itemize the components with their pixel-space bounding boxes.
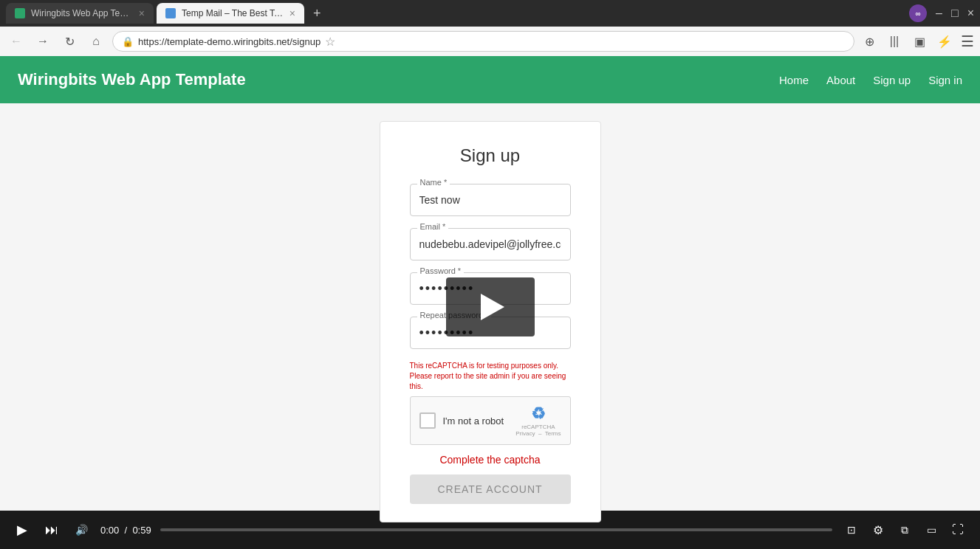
recaptcha-wrapper: This reCAPTCHA is for testing purposes o…	[410, 361, 571, 445]
create-account-button[interactable]: CREATE ACCOUNT	[410, 474, 571, 504]
video-volume-button[interactable]	[71, 519, 92, 540]
forward-button[interactable]: →	[32, 31, 53, 52]
tab-label-tempmail: Temp Mail – The Best Ten…	[182, 8, 284, 18]
tab-label-wiringbits: Wiringbits Web App Tem…	[31, 8, 133, 18]
new-tab-button[interactable]: +	[307, 6, 327, 21]
video-controls-right	[841, 519, 968, 540]
tab-favicon-tempmail	[165, 8, 176, 18]
minimize-button[interactable]: –	[936, 7, 942, 20]
recaptcha-checkbox[interactable]	[419, 412, 436, 429]
app-header: Wiringbits Web App Template Home About S…	[0, 56, 980, 103]
extensions-icon[interactable]: ⊕	[860, 32, 878, 50]
recaptcha-brand: reCAPTCHA	[515, 424, 561, 430]
app-nav: Home About Sign up Sign in	[779, 74, 962, 86]
recaptcha-right: ♻ reCAPTCHA Privacy – Terms	[515, 404, 561, 437]
home-button[interactable]: ⌂	[86, 31, 106, 52]
firefox-icon: ∞	[909, 4, 927, 22]
page-content: Sign up Name * Email * Password * Repeat…	[0, 103, 980, 511]
video-time-display: 0:00 / 0:59	[100, 525, 151, 536]
address-input-box[interactable]: 🔒 https://template-demo.wiringbits.net/s…	[112, 31, 854, 52]
recaptcha-box: I'm not a robot ♻ reCAPTCHA Privacy – Te…	[410, 396, 571, 445]
tab-close-wiringbits[interactable]: ×	[139, 7, 145, 19]
browser-menu-button[interactable]: ☰	[961, 32, 974, 50]
bookmark-icon[interactable]: ☆	[325, 35, 335, 49]
form-title: Sign up	[410, 145, 571, 166]
recaptcha-links: Privacy – Terms	[515, 430, 561, 437]
video-settings-button[interactable]	[868, 519, 888, 540]
video-theater-button[interactable]	[921, 519, 942, 540]
recaptcha-label: I'm not a robot	[443, 415, 504, 427]
tab-tempmail[interactable]: Temp Mail – The Best Ten… ×	[157, 3, 304, 24]
maximize-button[interactable]: □	[951, 7, 959, 20]
browser-toolbar-right: ⊕ ||| ▣ ⚡ ☰	[860, 32, 974, 50]
password-label: Password *	[417, 266, 465, 275]
sidebar-icon[interactable]: ▣	[911, 32, 928, 50]
tab-wiringbits[interactable]: Wiringbits Web App Tem… ×	[6, 3, 154, 24]
browser-window-controls: ∞ – □ ×	[909, 4, 974, 22]
name-input[interactable]	[410, 184, 571, 216]
address-text: https://template-demo.wiringbits.net/sig…	[138, 36, 321, 47]
captcha-message: Complete the captcha	[410, 454, 571, 466]
nav-about[interactable]: About	[826, 74, 855, 86]
tab-favicon-wiringbits	[15, 8, 25, 18]
video-fullscreen-button[interactable]	[948, 519, 968, 540]
refresh-button[interactable]: ↻	[59, 31, 80, 52]
email-input[interactable]	[410, 228, 571, 260]
recaptcha-warning: This reCAPTCHA is for testing purposes o…	[410, 361, 571, 392]
nav-signin[interactable]: Sign in	[928, 74, 962, 86]
name-field-group: Name *	[410, 184, 571, 216]
video-play-overlay[interactable]	[446, 277, 535, 336]
lock-icon: 🔒	[122, 36, 134, 47]
video-miniplayer-button[interactable]	[894, 519, 915, 540]
video-skip-button[interactable]	[41, 519, 62, 540]
bookmarks-icon[interactable]: |||	[885, 32, 903, 50]
back-button[interactable]: ←	[6, 31, 27, 52]
recaptcha-logo: ♻	[531, 404, 546, 423]
video-captions-button[interactable]	[841, 519, 862, 540]
tab-close-tempmail[interactable]: ×	[289, 7, 295, 19]
app-title: Wiringbits Web App Template	[18, 70, 779, 89]
email-field-group: Email *	[410, 228, 571, 260]
address-bar: ← → ↻ ⌂ 🔒 https://template-demo.wiringbi…	[0, 27, 980, 56]
nav-home[interactable]: Home	[779, 74, 809, 86]
recaptcha-left: I'm not a robot	[419, 412, 504, 429]
browser-title-bar: Wiringbits Web App Tem… × Temp Mail – Th…	[0, 0, 980, 27]
video-play-button[interactable]	[12, 519, 32, 540]
email-label: Email *	[417, 222, 449, 231]
close-button[interactable]: ×	[967, 7, 974, 20]
name-label: Name *	[417, 178, 450, 187]
video-progress-bar[interactable]	[160, 528, 832, 531]
account-icon[interactable]: ⚡	[936, 32, 953, 50]
play-button-icon	[481, 294, 504, 320]
nav-signup[interactable]: Sign up	[873, 74, 911, 86]
